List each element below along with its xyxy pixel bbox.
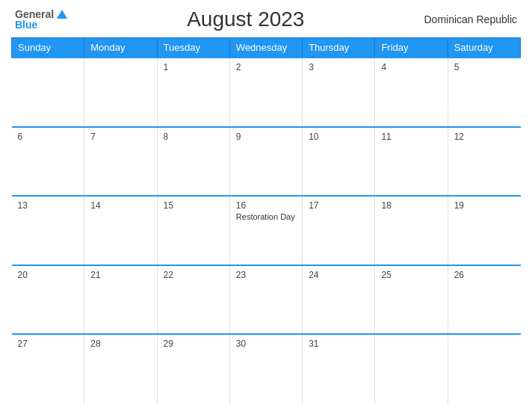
header-sunday: Sunday [12,38,84,58]
day-cell: 11 [375,127,448,197]
day-number: 8 [164,132,223,142]
day-cell: 3 [303,58,375,127]
day-cell: 18 [375,196,448,265]
day-cell: 31 [303,334,375,404]
logo-triangle-icon [57,10,67,19]
header-thursday: Thursday [303,38,375,58]
day-number: 5 [454,62,515,72]
day-number: 16 [236,200,296,211]
day-cell: 10 [303,127,375,197]
day-cell: 19 [448,196,520,265]
day-cell: 25 [375,265,448,335]
day-cell [448,334,520,404]
event-label: Restoration Day [236,212,296,221]
day-cell: 5 [448,58,520,127]
day-cell: 26 [448,265,520,335]
day-number: 4 [381,62,441,72]
day-number: 31 [309,339,368,349]
calendar-body: 12345678910111213141516Restoration Day17… [12,58,521,404]
day-cell: 22 [157,265,229,335]
day-cell: 29 [157,334,229,404]
day-number: 21 [90,270,150,280]
day-cell: 1 [157,58,229,127]
day-cell: 2 [229,58,302,127]
day-number: 1 [164,62,223,72]
day-cell: 6 [12,127,84,197]
day-cell: 12 [448,127,520,197]
day-number: 9 [236,132,296,142]
day-number: 10 [309,132,368,142]
day-cell: 13 [12,196,84,265]
day-number: 6 [18,132,78,142]
day-number: 25 [381,270,441,280]
week-row-4: 2728293031 [12,334,521,404]
day-cell: 21 [84,265,157,335]
day-cell: 24 [303,265,375,335]
day-cell [375,334,448,404]
header-monday: Monday [84,38,157,58]
day-cell: 27 [12,334,84,404]
day-number: 27 [18,339,78,349]
day-cell: 20 [12,265,84,335]
month-title: August 2023 [187,7,304,31]
day-cell: 8 [157,127,229,197]
logo: General Blue [15,9,67,30]
week-row-1: 6789101112 [12,127,521,197]
day-number: 23 [236,270,296,280]
day-number: 26 [454,270,515,280]
day-number: 3 [309,62,368,72]
logo-general-text: General [15,9,54,19]
header-saturday: Saturday [448,38,520,58]
day-cell: 23 [229,265,302,335]
week-row-3: 20212223242526 [12,265,521,335]
day-cell: 15 [157,196,229,265]
logo-blue-text: Blue [15,19,37,30]
day-number: 13 [18,200,78,211]
week-row-2: 13141516Restoration Day171819 [12,196,521,265]
day-number: 2 [236,62,296,72]
day-cell: 7 [84,127,157,197]
day-cell: 4 [375,58,448,127]
day-number: 7 [90,132,150,142]
day-cell: 28 [84,334,157,404]
day-number: 22 [164,270,223,280]
day-number: 14 [90,200,150,211]
day-cell [84,58,157,127]
day-number: 11 [381,132,441,142]
calendar-container: General Blue August 2023 Dominican Repub… [0,0,532,411]
calendar-header: General Blue August 2023 Dominican Repub… [11,7,521,31]
day-cell [12,58,84,127]
header-tuesday: Tuesday [157,38,229,58]
day-cell: 9 [229,127,302,197]
week-row-0: 12345 [12,58,521,127]
day-number: 15 [164,200,223,211]
day-number: 20 [18,270,78,280]
day-number: 30 [236,339,296,349]
day-number: 19 [454,200,515,211]
day-number: 29 [164,339,223,349]
day-cell: 16Restoration Day [229,196,302,265]
day-number: 17 [309,200,368,211]
days-header-row: Sunday Monday Tuesday Wednesday Thursday… [12,38,521,58]
header-wednesday: Wednesday [229,38,302,58]
day-number: 28 [90,339,150,349]
day-number: 18 [381,200,441,211]
calendar-table: Sunday Monday Tuesday Wednesday Thursday… [11,37,521,404]
day-cell: 30 [229,334,302,404]
day-number: 12 [454,132,515,142]
day-cell: 17 [303,196,375,265]
country-name: Dominican Republic [424,13,517,25]
day-cell: 14 [84,196,157,265]
header-friday: Friday [375,38,448,58]
day-number: 24 [309,270,368,280]
